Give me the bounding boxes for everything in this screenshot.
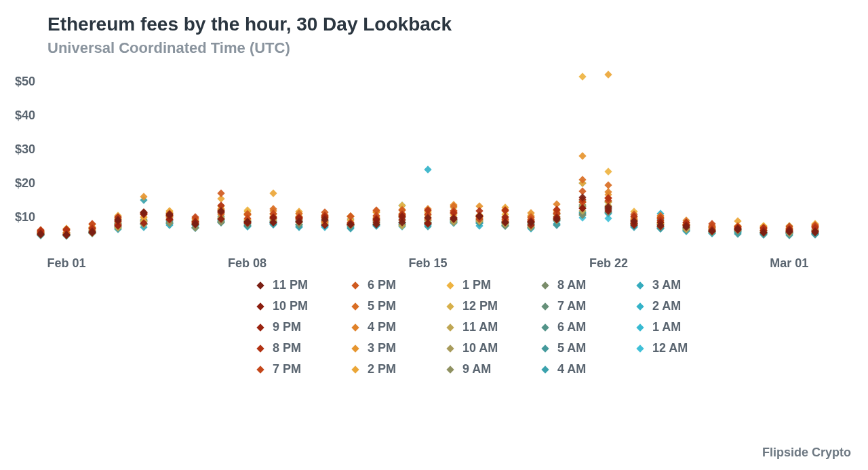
legend-label: 4 AM — [557, 362, 586, 376]
y-axis-tick: $30 — [15, 142, 41, 157]
legend-column: 11 PM10 PM9 PM8 PM7 PM — [258, 278, 332, 376]
data-point — [579, 73, 587, 80]
diamond-icon — [351, 366, 359, 373]
legend-label: 10 PM — [273, 299, 308, 313]
diamond-icon — [446, 345, 454, 352]
legend-item: 1 PM — [448, 278, 522, 292]
legend-label: 3 AM — [652, 278, 681, 292]
legend-item: 4 PM — [353, 320, 427, 334]
chart-title: Ethereum fees by the hour, 30 Day Lookba… — [47, 14, 452, 35]
data-point — [269, 189, 277, 197]
legend-label: 11 PM — [273, 278, 308, 292]
legend-label: 1 AM — [652, 320, 681, 334]
legend-item: 3 PM — [353, 341, 427, 355]
diamond-icon — [541, 302, 549, 310]
data-point — [579, 152, 587, 159]
legend-column: 8 AM7 AM6 AM5 AM4 AM — [542, 278, 617, 376]
diamond-icon — [351, 324, 359, 331]
legend-item: 11 PM — [258, 278, 332, 292]
diamond-icon — [256, 345, 264, 352]
y-axis-tick: $50 — [15, 75, 41, 89]
data-point — [605, 168, 612, 175]
legend-item: 8 AM — [542, 278, 617, 292]
legend-label: 9 PM — [273, 320, 301, 334]
legend-column: 1 PM12 PM11 AM10 AM9 AM — [448, 278, 522, 376]
chart-legend: 11 PM10 PM9 PM8 PM7 PM6 PM5 PM4 PM3 PM2 … — [258, 278, 712, 376]
legend-item: 3 AM — [637, 278, 712, 292]
legend-label: 10 AM — [462, 341, 498, 355]
legend-label: 5 AM — [557, 341, 586, 355]
diamond-icon — [636, 281, 644, 289]
legend-label: 5 PM — [368, 299, 396, 313]
diamond-icon — [446, 281, 454, 289]
diamond-icon — [636, 302, 644, 310]
legend-item: 2 PM — [353, 362, 427, 376]
data-point — [605, 181, 612, 189]
diamond-icon — [256, 281, 264, 289]
diamond-icon — [541, 366, 549, 373]
legend-label: 8 PM — [273, 341, 301, 355]
diamond-icon — [446, 324, 454, 331]
legend-item: 12 PM — [448, 299, 522, 313]
x-axis-tick: Feb 08 — [228, 251, 267, 271]
legend-item: 1 AM — [637, 320, 712, 334]
legend-item: 4 AM — [542, 362, 617, 376]
legend-label: 12 PM — [462, 299, 498, 313]
legend-item: 7 AM — [542, 299, 617, 313]
diamond-icon — [256, 302, 264, 310]
y-axis-tick: $40 — [15, 109, 41, 123]
legend-label: 4 PM — [368, 320, 396, 334]
legend-label: 1 PM — [462, 278, 491, 292]
legend-item: 10 PM — [258, 299, 332, 313]
diamond-icon — [256, 366, 264, 373]
legend-label: 12 AM — [652, 341, 688, 355]
x-axis-tick: Mar 01 — [770, 251, 808, 271]
diamond-icon — [256, 324, 264, 331]
legend-item: 5 PM — [353, 299, 427, 313]
attribution: Flipside Crypto — [762, 446, 851, 460]
diamond-icon — [541, 281, 549, 289]
data-point — [424, 165, 431, 173]
y-axis-tick: $20 — [15, 176, 41, 191]
legend-item: 9 PM — [258, 320, 332, 334]
diamond-icon — [351, 302, 359, 310]
legend-column: 6 PM5 PM4 PM3 PM2 PM — [353, 278, 427, 376]
diamond-icon — [636, 324, 644, 331]
x-axis-tick: Feb 15 — [408, 251, 447, 271]
legend-item: 8 PM — [258, 341, 332, 355]
diamond-icon — [636, 345, 644, 352]
legend-item: 7 PM — [258, 362, 332, 376]
legend-item: 11 AM — [448, 320, 522, 334]
data-point — [605, 71, 612, 78]
legend-item: 10 AM — [448, 341, 522, 355]
legend-item: 6 AM — [542, 320, 617, 334]
x-axis-tick: Feb 22 — [589, 251, 628, 271]
legend-label: 6 PM — [368, 278, 396, 292]
legend-label: 8 AM — [557, 278, 586, 292]
legend-item: 2 AM — [637, 299, 712, 313]
diamond-icon — [351, 281, 359, 289]
legend-label: 7 PM — [273, 362, 301, 376]
y-axis-tick: $10 — [15, 210, 41, 224]
legend-item: 9 AM — [448, 362, 522, 376]
diamond-icon — [446, 302, 454, 310]
legend-item: 5 AM — [542, 341, 617, 355]
legend-item: 6 PM — [353, 278, 427, 292]
x-axis-tick: Feb 01 — [47, 251, 86, 271]
diamond-icon — [446, 366, 454, 373]
diamond-icon — [541, 324, 549, 331]
chart-subtitle: Universal Coordinated Time (UTC) — [47, 39, 290, 57]
diamond-icon — [351, 345, 359, 352]
legend-item: 12 AM — [637, 341, 712, 355]
chart-plot-area: $10$20$30$40$50Feb 01Feb 08Feb 15Feb 22M… — [41, 64, 841, 251]
legend-label: 3 PM — [368, 341, 396, 355]
legend-label: 2 PM — [368, 362, 396, 376]
legend-label: 9 AM — [462, 362, 491, 376]
legend-label: 2 AM — [652, 299, 681, 313]
diamond-icon — [541, 345, 549, 352]
legend-label: 11 AM — [462, 320, 498, 334]
legend-label: 6 AM — [557, 320, 586, 334]
legend-label: 7 AM — [557, 299, 586, 313]
legend-column: 3 AM2 AM1 AM12 AM — [637, 278, 712, 376]
